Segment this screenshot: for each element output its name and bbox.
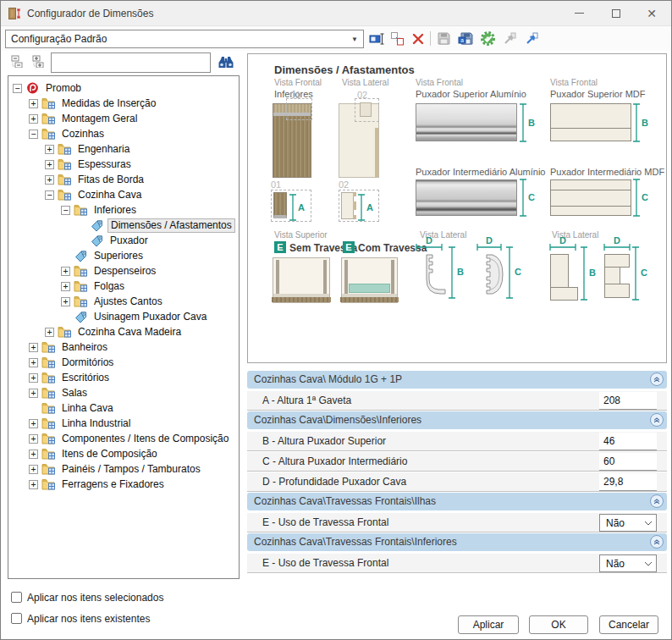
property-section-header[interactable]: Cozinhas Cava\ Módulo 1G + 1P (247, 371, 667, 389)
tree-item[interactable]: +Dormitórios (8, 355, 239, 370)
tree-expander-icon[interactable]: + (29, 450, 38, 459)
tree-item[interactable]: +Fitas de Borda (8, 172, 239, 187)
tree-expander-icon[interactable]: + (45, 145, 54, 154)
tree-expander-icon[interactable]: − (45, 190, 54, 200)
tree-item[interactable]: +Linha Industrial (8, 416, 239, 431)
tree-item-label: Espessuras (75, 158, 134, 171)
tree-item[interactable]: Linha Cava (8, 400, 239, 416)
tree-expander-icon[interactable]: + (29, 114, 38, 124)
tree-expander-icon[interactable]: + (29, 343, 38, 352)
category-tree: −Promob+Medidas de Inserção+Montagem Ger… (8, 75, 240, 579)
expand-all-button[interactable] (30, 53, 45, 69)
cabinet-side (276, 260, 279, 294)
collapse-chevron-icon[interactable] (650, 413, 664, 427)
tree-expander-icon[interactable]: + (29, 465, 38, 474)
tree-item-label: Despenseiros (91, 265, 158, 278)
tree-expander-icon[interactable]: + (45, 328, 54, 337)
property-value-input[interactable]: 29,8 (599, 473, 657, 491)
save-button[interactable] (434, 29, 454, 48)
collapse-chevron-icon[interactable] (650, 494, 664, 508)
collapse-chevron-icon[interactable] (650, 535, 664, 549)
tree-expander-icon[interactable]: + (45, 160, 54, 169)
export-configuration-button[interactable]: a (456, 29, 476, 48)
tree-item[interactable]: Dimensões / Afastamentos (8, 218, 239, 233)
property-section-header[interactable]: Cozinhas Cava\Travessas Frontais\Ilhas (247, 493, 667, 510)
close-button[interactable]: ✕ (638, 1, 665, 25)
cancel-button[interactable]: Cancelar (599, 615, 658, 634)
minimize-button[interactable] (565, 1, 592, 25)
property-value-input[interactable]: 208 (599, 392, 657, 410)
tree-item[interactable]: +Despenseiros (8, 263, 239, 279)
tree-expander-icon[interactable]: + (29, 480, 38, 489)
tree-expander-icon[interactable]: + (29, 373, 38, 383)
tree-item[interactable]: +Espessuras (8, 157, 239, 172)
ok-button[interactable]: OK (529, 615, 588, 634)
tree-item[interactable]: Superiores (8, 248, 239, 263)
tree-item[interactable]: +Painéis / Tampos / Tamburatos (8, 461, 239, 477)
property-dropdown[interactable]: Não (599, 514, 657, 532)
tree-item[interactable]: +Itens de Composição (8, 446, 239, 461)
property-row: E - Uso de Travessa FrontalNão (247, 554, 667, 573)
property-value-input[interactable]: 46 (599, 433, 657, 450)
tree-expander-icon[interactable]: − (13, 84, 22, 93)
tree-item[interactable]: +Medidas de Inserção (8, 96, 239, 111)
tree-item-label: Inferiores (91, 204, 139, 217)
tree-expander-icon[interactable]: + (45, 175, 54, 185)
tree-item[interactable]: Puxador (8, 233, 239, 248)
tree-item[interactable]: +Escritórios (8, 370, 239, 385)
tree-item[interactable]: +Montagem Geral (8, 111, 239, 126)
tree-item[interactable]: +Ajustes Cantos (8, 294, 239, 309)
tree-item[interactable]: −Inferiores (8, 202, 239, 218)
collapse-chevron-icon[interactable] (650, 372, 664, 386)
mdf-profile-superior-vertical (550, 254, 569, 288)
close-icon: ✕ (647, 8, 657, 19)
tree-item[interactable]: Usinagem Puxador Cava (8, 309, 239, 324)
search-button[interactable] (216, 54, 236, 69)
tree-item[interactable]: +Banheiros (8, 339, 239, 355)
tree-expander-icon[interactable]: + (29, 419, 38, 428)
maximize-button[interactable] (603, 1, 630, 25)
validate-configuration-button[interactable] (478, 29, 498, 48)
apply-existing-checkbox[interactable] (11, 613, 22, 624)
tree-item[interactable]: +Salas (8, 385, 239, 400)
apply-selected-checkbox[interactable] (11, 592, 22, 603)
folder-icon (41, 478, 56, 490)
collapse-all-button[interactable] (9, 53, 24, 69)
tree-item[interactable]: −Cozinhas (8, 126, 239, 141)
property-row: E - Uso de Travessa FrontalNão (247, 513, 667, 532)
tree-item[interactable]: +Engenharia (8, 141, 239, 157)
link-reference-button[interactable] (522, 29, 542, 48)
detail-number: 02 (339, 179, 349, 190)
tree-expander-icon[interactable]: + (29, 389, 38, 398)
search-input[interactable] (51, 52, 211, 73)
tree-expander-icon[interactable]: + (29, 358, 38, 367)
tree-expander-icon[interactable]: + (61, 267, 70, 276)
tree-item-label: Dormitórios (59, 356, 116, 369)
apply-button[interactable]: Aplicar (458, 615, 519, 634)
tree-item[interactable]: +Cozinha Cava Madeira (8, 324, 239, 339)
property-value-input[interactable]: 60 (599, 453, 657, 471)
minimize-icon (575, 13, 584, 14)
tree-expander-icon[interactable]: + (29, 99, 38, 108)
property-dropdown[interactable]: Não (599, 554, 657, 572)
tree-expander-icon[interactable]: − (61, 206, 70, 215)
configuration-selector[interactable]: Configuração Padrão ▼ (5, 30, 364, 48)
tree-expander-icon[interactable]: + (61, 297, 70, 306)
property-section-header[interactable]: Cozinhas Cava\Dimensões\Inferiores (247, 411, 667, 429)
tree-item-label: Cozinhas (59, 128, 107, 141)
tree-item[interactable]: +Componentes / Itens de Composição (8, 431, 239, 446)
tree-expander-icon[interactable]: + (61, 282, 70, 291)
tree-item[interactable]: −Promob (8, 80, 239, 96)
tree-expander-icon[interactable]: − (29, 130, 38, 139)
tree-expander-icon[interactable]: + (29, 434, 38, 444)
tree-item[interactable]: −Cozinha Cava (8, 187, 239, 202)
tree-item[interactable]: +Ferragens e Fixadores (8, 477, 239, 492)
tree-item[interactable]: +Folgas (8, 279, 239, 294)
property-section-title: Cozinhas Cava\Travessas Frontais\Ilhas (254, 495, 436, 507)
rename-configuration-button[interactable] (367, 29, 387, 48)
property-section-header[interactable]: Cozinhas Cava\Travessas Frontais\Inferio… (247, 533, 667, 551)
copy-configuration-button[interactable] (388, 29, 407, 48)
import-reference-button[interactable] (500, 29, 520, 48)
delete-configuration-button[interactable] (408, 29, 427, 48)
mdf-profile-superior-base (550, 287, 578, 301)
